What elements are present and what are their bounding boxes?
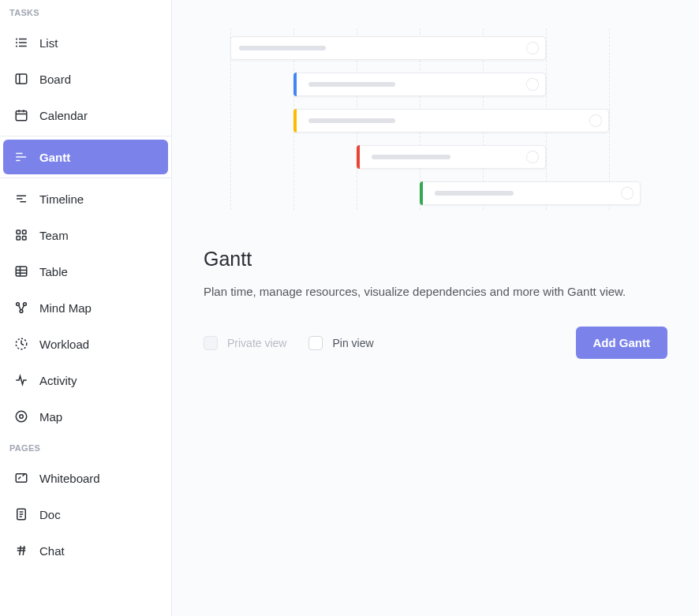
activity-icon (14, 373, 28, 387)
board-icon (14, 72, 28, 86)
sidebar-item-calendar[interactable]: Calendar (3, 98, 168, 133)
svg-rect-21 (23, 237, 27, 241)
sidebar-item-label: Chat (39, 544, 65, 558)
calendar-icon (14, 108, 28, 122)
svg-rect-6 (16, 74, 27, 84)
illustration-bar (293, 109, 609, 133)
controls-row: Private view Pin view Add Gantt (204, 327, 667, 359)
svg-point-26 (17, 303, 20, 306)
table-icon (14, 264, 28, 278)
divider (0, 177, 171, 178)
private-view-checkbox: Private view (204, 336, 286, 350)
svg-line-39 (20, 546, 21, 555)
add-gantt-button[interactable]: Add Gantt (576, 327, 668, 359)
page-description: Plan time, manage resources, visualize d… (204, 285, 667, 298)
svg-rect-18 (17, 230, 21, 234)
svg-point-30 (16, 411, 27, 422)
sidebar-item-map[interactable]: Map (3, 399, 168, 434)
sidebar-item-label: Mind Map (39, 301, 92, 315)
main-content: Gantt Plan time, manage resources, visua… (172, 0, 699, 616)
sidebar-item-label: Activity (39, 374, 77, 387)
sidebar-item-label: Doc (39, 508, 61, 521)
sidebar: TASKS List Board Calendar Gantt Timeline… (0, 0, 172, 616)
sidebar-item-label: Whiteboard (39, 472, 100, 485)
svg-point-31 (20, 415, 24, 419)
checkbox-box (204, 336, 218, 350)
pin-view-checkbox[interactable]: Pin view (308, 336, 373, 350)
svg-rect-20 (17, 237, 21, 241)
checkbox-label: Private view (227, 337, 286, 349)
sidebar-item-doc[interactable]: Doc (3, 497, 168, 532)
svg-point-27 (24, 303, 27, 306)
svg-point-5 (17, 46, 17, 47)
tasks-section-header: TASKS (0, 0, 171, 24)
sidebar-item-team[interactable]: Team (3, 218, 168, 252)
sidebar-item-label: Gantt (39, 151, 70, 164)
checkbox-box (308, 336, 323, 350)
sidebar-item-board[interactable]: Board (3, 62, 168, 96)
sidebar-item-label: Calendar (39, 109, 88, 122)
svg-rect-8 (16, 111, 27, 121)
illustration-bar (420, 181, 641, 205)
sidebar-item-label: Board (39, 73, 71, 86)
sidebar-item-whiteboard[interactable]: Whiteboard (3, 461, 168, 495)
svg-line-40 (23, 546, 24, 555)
gantt-icon (14, 150, 28, 164)
sidebar-item-workload[interactable]: Workload (3, 327, 168, 361)
sidebar-item-label: Timeline (39, 192, 84, 206)
sidebar-item-label: Workload (39, 338, 89, 351)
gantt-illustration (204, 28, 667, 210)
sidebar-item-gantt[interactable]: Gantt (3, 140, 168, 174)
illustration-bar (357, 145, 546, 169)
sidebar-item-mindmap[interactable]: Mind Map (3, 290, 168, 325)
whiteboard-icon (14, 471, 28, 485)
chat-icon (14, 543, 28, 558)
mindmap-icon (14, 301, 28, 315)
svg-point-4 (17, 43, 17, 43)
pages-section-header: PAGES (0, 435, 171, 459)
sidebar-item-label: Map (39, 410, 62, 424)
sidebar-item-chat[interactable]: Chat (3, 533, 168, 568)
timeline-icon (14, 192, 28, 206)
sidebar-item-timeline[interactable]: Timeline (3, 181, 168, 216)
checkbox-label: Pin view (332, 337, 373, 349)
svg-rect-19 (23, 230, 27, 234)
svg-point-3 (17, 39, 17, 39)
illustration-bar (230, 36, 546, 60)
doc-icon (14, 507, 28, 521)
map-icon (14, 409, 28, 424)
sidebar-item-label: Table (39, 265, 68, 278)
sidebar-item-table[interactable]: Table (3, 254, 168, 289)
page-title: Gantt (204, 248, 667, 271)
divider (0, 136, 171, 136)
workload-icon (14, 337, 28, 351)
sidebar-item-label: Team (39, 229, 69, 242)
list-icon (14, 35, 28, 50)
team-icon (14, 228, 28, 242)
illustration-bar (293, 73, 546, 96)
sidebar-item-list[interactable]: List (3, 25, 168, 60)
sidebar-item-label: List (39, 36, 58, 50)
sidebar-item-activity[interactable]: Activity (3, 363, 168, 398)
svg-rect-32 (16, 474, 27, 483)
svg-rect-22 (16, 267, 27, 276)
